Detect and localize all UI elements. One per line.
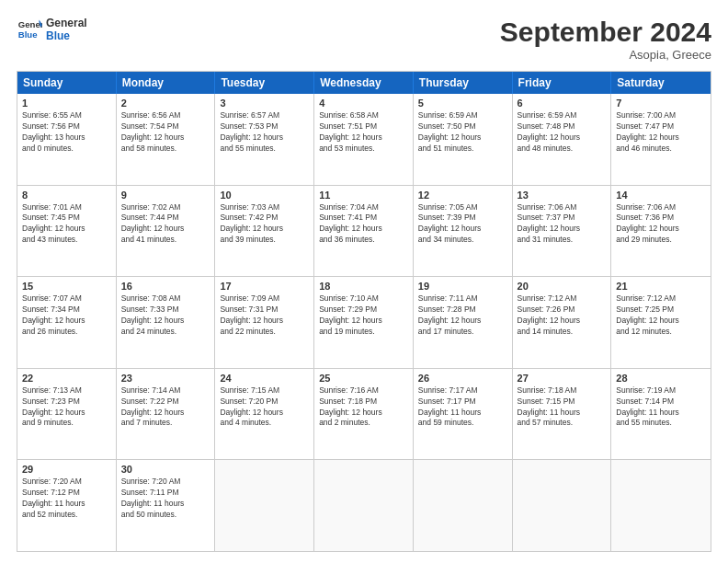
day-info: Sunrise: 7:10 AM Sunset: 7:29 PM Dayligh… <box>319 293 408 338</box>
calendar-cell: 6Sunrise: 6:59 AM Sunset: 7:48 PM Daylig… <box>513 94 612 185</box>
day-info: Sunrise: 7:11 AM Sunset: 7:28 PM Dayligh… <box>418 293 507 338</box>
logo-icon: General Blue <box>17 17 42 42</box>
calendar-week-3: 15Sunrise: 7:07 AM Sunset: 7:34 PM Dayli… <box>17 276 711 368</box>
day-info: Sunrise: 7:19 AM Sunset: 7:14 PM Dayligh… <box>616 385 706 430</box>
day-info: Sunrise: 7:18 AM Sunset: 7:15 PM Dayligh… <box>518 385 607 430</box>
calendar-cell: 19Sunrise: 7:11 AM Sunset: 7:28 PM Dayli… <box>414 277 513 368</box>
day-number: 10 <box>220 190 309 201</box>
day-number: 30 <box>121 464 210 475</box>
day-info: Sunrise: 7:17 AM Sunset: 7:17 PM Dayligh… <box>418 385 507 430</box>
calendar: SundayMondayTuesdayWednesdayThursdayFrid… <box>17 71 711 552</box>
header-day-wednesday: Wednesday <box>314 72 414 94</box>
calendar-cell: 30Sunrise: 7:20 AM Sunset: 7:11 PM Dayli… <box>117 460 216 551</box>
day-info: Sunrise: 7:05 AM Sunset: 7:39 PM Dayligh… <box>418 202 507 247</box>
day-number: 26 <box>418 373 507 384</box>
calendar-cell: 18Sunrise: 7:10 AM Sunset: 7:29 PM Dayli… <box>314 277 414 368</box>
day-number: 25 <box>319 373 408 384</box>
day-number: 21 <box>616 281 706 292</box>
day-number: 11 <box>319 190 408 201</box>
calendar-cell: 2Sunrise: 6:56 AM Sunset: 7:54 PM Daylig… <box>117 94 216 185</box>
calendar-week-4: 22Sunrise: 7:13 AM Sunset: 7:23 PM Dayli… <box>17 368 711 460</box>
day-info: Sunrise: 7:00 AM Sunset: 7:47 PM Dayligh… <box>616 110 706 155</box>
calendar-cell: 24Sunrise: 7:15 AM Sunset: 7:20 PM Dayli… <box>215 369 314 460</box>
day-info: Sunrise: 7:02 AM Sunset: 7:44 PM Dayligh… <box>121 202 210 247</box>
calendar-cell: 26Sunrise: 7:17 AM Sunset: 7:17 PM Dayli… <box>414 369 513 460</box>
day-info: Sunrise: 6:59 AM Sunset: 7:50 PM Dayligh… <box>418 110 507 155</box>
day-number: 4 <box>319 98 408 109</box>
day-info: Sunrise: 7:03 AM Sunset: 7:42 PM Dayligh… <box>220 202 309 247</box>
calendar-cell: 22Sunrise: 7:13 AM Sunset: 7:23 PM Dayli… <box>17 369 117 460</box>
logo-line2: Blue <box>46 29 87 42</box>
calendar-cell: 7Sunrise: 7:00 AM Sunset: 7:47 PM Daylig… <box>611 94 711 185</box>
day-number: 23 <box>121 373 210 384</box>
day-info: Sunrise: 7:20 AM Sunset: 7:12 PM Dayligh… <box>22 477 111 521</box>
calendar-cell <box>513 460 612 551</box>
day-info: Sunrise: 7:16 AM Sunset: 7:18 PM Dayligh… <box>319 385 408 430</box>
day-info: Sunrise: 7:14 AM Sunset: 7:22 PM Dayligh… <box>121 385 210 430</box>
day-info: Sunrise: 7:08 AM Sunset: 7:33 PM Dayligh… <box>121 293 210 338</box>
day-number: 19 <box>418 281 507 292</box>
calendar-cell: 20Sunrise: 7:12 AM Sunset: 7:26 PM Dayli… <box>513 277 612 368</box>
calendar-week-1: 1Sunrise: 6:55 AM Sunset: 7:56 PM Daylig… <box>17 94 711 185</box>
calendar-cell: 10Sunrise: 7:03 AM Sunset: 7:42 PM Dayli… <box>215 186 314 277</box>
calendar-week-2: 8Sunrise: 7:01 AM Sunset: 7:45 PM Daylig… <box>17 185 711 277</box>
day-number: 13 <box>518 190 607 201</box>
calendar-cell: 16Sunrise: 7:08 AM Sunset: 7:33 PM Dayli… <box>117 277 216 368</box>
day-info: Sunrise: 6:59 AM Sunset: 7:48 PM Dayligh… <box>518 110 607 155</box>
day-number: 12 <box>418 190 507 201</box>
calendar-cell: 15Sunrise: 7:07 AM Sunset: 7:34 PM Dayli… <box>17 277 117 368</box>
location: Asopia, Greece <box>500 48 711 62</box>
calendar-cell: 17Sunrise: 7:09 AM Sunset: 7:31 PM Dayli… <box>215 277 314 368</box>
header-day-saturday: Saturday <box>611 72 711 94</box>
calendar-cell: 11Sunrise: 7:04 AM Sunset: 7:41 PM Dayli… <box>314 186 414 277</box>
day-number: 22 <box>22 373 111 384</box>
month-title: September 2024 <box>500 17 711 48</box>
title-block: September 2024 Asopia, Greece <box>500 17 711 62</box>
day-number: 28 <box>616 373 706 384</box>
day-number: 6 <box>518 98 607 109</box>
calendar-cell <box>314 460 414 551</box>
calendar-cell: 27Sunrise: 7:18 AM Sunset: 7:15 PM Dayli… <box>513 369 612 460</box>
calendar-cell: 4Sunrise: 6:58 AM Sunset: 7:51 PM Daylig… <box>314 94 414 185</box>
svg-text:General: General <box>18 20 42 30</box>
calendar-cell <box>611 460 711 551</box>
day-number: 2 <box>121 98 210 109</box>
page-header: General Blue General Blue September 2024… <box>17 17 711 62</box>
day-info: Sunrise: 7:01 AM Sunset: 7:45 PM Dayligh… <box>22 202 111 247</box>
day-info: Sunrise: 7:12 AM Sunset: 7:26 PM Dayligh… <box>518 293 607 338</box>
day-number: 7 <box>616 98 706 109</box>
day-info: Sunrise: 6:58 AM Sunset: 7:51 PM Dayligh… <box>319 110 408 155</box>
svg-text:Blue: Blue <box>18 29 38 40</box>
day-info: Sunrise: 7:07 AM Sunset: 7:34 PM Dayligh… <box>22 293 111 338</box>
day-info: Sunrise: 6:55 AM Sunset: 7:56 PM Dayligh… <box>22 110 111 155</box>
day-number: 1 <box>22 98 111 109</box>
calendar-cell <box>414 460 513 551</box>
calendar-cell <box>215 460 314 551</box>
day-number: 20 <box>518 281 607 292</box>
day-number: 15 <box>22 281 111 292</box>
day-info: Sunrise: 7:06 AM Sunset: 7:37 PM Dayligh… <box>518 202 607 247</box>
calendar-cell: 12Sunrise: 7:05 AM Sunset: 7:39 PM Dayli… <box>414 186 513 277</box>
logo: General Blue General Blue <box>17 17 87 43</box>
day-number: 16 <box>121 281 210 292</box>
day-number: 17 <box>220 281 309 292</box>
calendar-cell: 23Sunrise: 7:14 AM Sunset: 7:22 PM Dayli… <box>117 369 216 460</box>
day-number: 24 <box>220 373 309 384</box>
day-info: Sunrise: 7:06 AM Sunset: 7:36 PM Dayligh… <box>616 202 706 247</box>
calendar-week-5: 29Sunrise: 7:20 AM Sunset: 7:12 PM Dayli… <box>17 459 711 551</box>
calendar-body: 1Sunrise: 6:55 AM Sunset: 7:56 PM Daylig… <box>17 94 711 551</box>
day-number: 29 <box>22 464 111 475</box>
day-number: 8 <box>22 190 111 201</box>
calendar-cell: 5Sunrise: 6:59 AM Sunset: 7:50 PM Daylig… <box>414 94 513 185</box>
day-info: Sunrise: 7:12 AM Sunset: 7:25 PM Dayligh… <box>616 293 706 338</box>
calendar-cell: 28Sunrise: 7:19 AM Sunset: 7:14 PM Dayli… <box>611 369 711 460</box>
header-day-friday: Friday <box>513 72 612 94</box>
day-info: Sunrise: 7:13 AM Sunset: 7:23 PM Dayligh… <box>22 385 111 430</box>
calendar-cell: 13Sunrise: 7:06 AM Sunset: 7:37 PM Dayli… <box>513 186 612 277</box>
calendar-cell: 9Sunrise: 7:02 AM Sunset: 7:44 PM Daylig… <box>117 186 216 277</box>
day-info: Sunrise: 6:56 AM Sunset: 7:54 PM Dayligh… <box>121 110 210 155</box>
header-day-tuesday: Tuesday <box>215 72 314 94</box>
calendar-cell: 14Sunrise: 7:06 AM Sunset: 7:36 PM Dayli… <box>611 186 711 277</box>
day-number: 18 <box>319 281 408 292</box>
header-day-monday: Monday <box>117 72 216 94</box>
